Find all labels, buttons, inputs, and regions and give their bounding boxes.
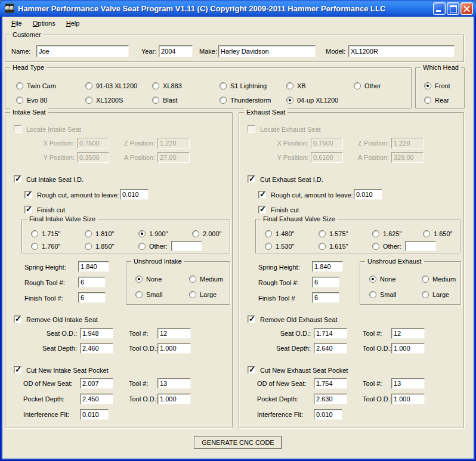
unshroud-intake-medium-radio[interactable] bbox=[189, 276, 196, 283]
unshroud-exhaust-large-label[interactable]: Large bbox=[432, 290, 449, 299]
menu-help[interactable]: Help bbox=[62, 18, 84, 29]
menu-file[interactable]: File bbox=[7, 18, 26, 29]
radio-04-up-xl1200-label[interactable]: 04-up XL1200 bbox=[297, 96, 338, 104]
exhaust-interference-fit-input[interactable] bbox=[314, 409, 342, 420]
intake-valve-other-input[interactable] bbox=[171, 241, 202, 251]
exhaust-valve-1575-label[interactable]: 1.575" bbox=[329, 230, 348, 238]
intake-rough-cut-checkbox[interactable] bbox=[24, 191, 32, 199]
exhaust-remove-tool-input[interactable] bbox=[391, 328, 425, 339]
unshroud-exhaust-small-radio[interactable] bbox=[369, 291, 376, 298]
cut-new-exhaust-seat-pocket-checkbox[interactable] bbox=[248, 366, 255, 374]
exhaust-od-new-seat-input[interactable] bbox=[314, 378, 347, 389]
exhaust-valve-1480-label[interactable]: 1.480" bbox=[276, 230, 294, 238]
radio-xl1200s[interactable] bbox=[85, 97, 92, 104]
maximize-button[interactable] bbox=[447, 2, 459, 15]
radio-blast[interactable] bbox=[152, 97, 159, 104]
intake-valve-1850-label[interactable]: 1.850" bbox=[95, 242, 114, 250]
intake-rough-tool-input[interactable] bbox=[78, 277, 106, 287]
intake-new-tool-input[interactable] bbox=[157, 378, 191, 389]
radio-blast-label[interactable]: Blast bbox=[163, 96, 177, 104]
exhaust-valve-1625-radio[interactable] bbox=[372, 230, 379, 237]
radio-twin-cam[interactable] bbox=[16, 82, 23, 89]
cut-exhaust-seat-id-label[interactable]: Cut Exhaust Seat I.D. bbox=[260, 175, 323, 184]
intake-remove-tool-input[interactable] bbox=[157, 328, 191, 339]
radio-other-head[interactable] bbox=[354, 82, 361, 89]
menu-options[interactable]: Options bbox=[29, 18, 60, 29]
intake-pocket-depth-input[interactable] bbox=[80, 394, 113, 404]
unshroud-intake-medium-label[interactable]: Medium bbox=[200, 275, 223, 283]
intake-valve-1810-radio[interactable] bbox=[85, 230, 92, 237]
exhaust-rough-cut-input[interactable] bbox=[354, 189, 382, 200]
intake-finish-cut-checkbox[interactable] bbox=[24, 206, 32, 214]
unshroud-intake-none-radio[interactable] bbox=[135, 276, 143, 283]
exhaust-finish-cut-label[interactable]: Finish cut bbox=[271, 206, 299, 214]
intake-new-tool-od-input[interactable] bbox=[157, 394, 191, 404]
radio-evo-80-label[interactable]: Evo 80 bbox=[27, 96, 47, 104]
intake-valve-1715-label[interactable]: 1.715" bbox=[42, 230, 60, 238]
intake-spring-height-input[interactable] bbox=[78, 261, 109, 272]
exhaust-valve-1650-label[interactable]: 1.650" bbox=[434, 230, 452, 238]
exhaust-valve-1650-radio[interactable] bbox=[423, 230, 430, 237]
radio-evo-80[interactable] bbox=[16, 97, 23, 104]
intake-seat-depth-input[interactable] bbox=[80, 343, 113, 354]
radio-xl1200s-label[interactable]: XL1200S bbox=[96, 96, 123, 104]
generate-cnc-code-button[interactable]: GENERATE CNC CODE bbox=[194, 436, 282, 449]
radio-xl883[interactable] bbox=[152, 82, 159, 89]
remove-old-intake-seat-checkbox[interactable] bbox=[14, 315, 21, 323]
radio-xb-label[interactable]: XB bbox=[297, 82, 306, 90]
radio-xb[interactable] bbox=[286, 82, 293, 89]
exhaust-new-tool-od-input[interactable] bbox=[391, 394, 425, 404]
unshroud-intake-small-label[interactable]: Small bbox=[146, 290, 163, 299]
cut-new-exhaust-seat-pocket-label[interactable]: Cut New Exhaust Seat Pocket bbox=[260, 366, 348, 375]
name-input[interactable] bbox=[36, 45, 129, 57]
intake-od-new-seat-input[interactable] bbox=[80, 378, 113, 389]
exhaust-valve-1615-label[interactable]: 1.615" bbox=[329, 242, 348, 250]
exhaust-valve-1530-label[interactable]: 1.530" bbox=[276, 242, 294, 250]
exhaust-pocket-depth-input[interactable] bbox=[314, 394, 347, 404]
intake-valve-1760-radio[interactable] bbox=[31, 243, 38, 250]
radio-thunderstorm-label[interactable]: Thunderstorm bbox=[230, 96, 271, 104]
exhaust-valve-1625-label[interactable]: 1.625" bbox=[383, 230, 401, 238]
radio-s1-lightning[interactable] bbox=[220, 82, 227, 89]
exhaust-valve-1480-radio[interactable] bbox=[265, 230, 272, 237]
exhaust-finish-cut-checkbox[interactable] bbox=[258, 206, 266, 214]
exhaust-new-tool-input[interactable] bbox=[391, 378, 425, 389]
make-input[interactable] bbox=[218, 45, 316, 57]
cut-intake-seat-id-label[interactable]: Cut Intake Seat I.D. bbox=[26, 175, 84, 184]
radio-twin-cam-label[interactable]: Twin Cam bbox=[27, 82, 56, 90]
intake-valve-other-radio[interactable] bbox=[138, 243, 146, 250]
intake-valve-1900-radio[interactable] bbox=[138, 230, 146, 237]
title-bar[interactable]: Hammer Performance Valve Seat Program V1… bbox=[0, 0, 476, 17]
exhaust-valve-other-label[interactable]: Other: bbox=[383, 242, 401, 250]
cut-intake-seat-id-checkbox[interactable] bbox=[14, 175, 21, 183]
intake-valve-2000-label[interactable]: 2.000" bbox=[203, 230, 221, 238]
intake-valve-1900-label[interactable]: 1.900" bbox=[149, 230, 168, 238]
close-button[interactable] bbox=[460, 2, 473, 15]
intake-rough-cut-input[interactable] bbox=[120, 189, 149, 200]
intake-valve-2000-radio[interactable] bbox=[192, 230, 199, 237]
radio-other-head-label[interactable]: Other bbox=[364, 82, 381, 90]
radio-91-03-xl1200[interactable] bbox=[85, 82, 92, 89]
intake-interference-fit-input[interactable] bbox=[80, 409, 109, 420]
radio-rear[interactable] bbox=[424, 97, 431, 104]
unshroud-exhaust-medium-label[interactable]: Medium bbox=[432, 275, 456, 283]
intake-finish-tool-input[interactable] bbox=[78, 292, 106, 303]
radio-thunderstorm[interactable] bbox=[220, 97, 227, 104]
exhaust-seat-depth-input[interactable] bbox=[314, 343, 347, 354]
exhaust-rough-cut-label[interactable]: Rough cut, amount to leave: bbox=[271, 191, 353, 199]
unshroud-exhaust-small-label[interactable]: Small bbox=[380, 290, 397, 299]
exhaust-valve-1575-radio[interactable] bbox=[319, 230, 326, 237]
unshroud-intake-large-label[interactable]: Large bbox=[200, 290, 217, 299]
exhaust-valve-1530-radio[interactable] bbox=[265, 243, 272, 250]
unshroud-exhaust-large-radio[interactable] bbox=[422, 291, 429, 298]
radio-front[interactable] bbox=[424, 82, 431, 89]
exhaust-rough-cut-checkbox[interactable] bbox=[258, 191, 266, 199]
radio-04-up-xl1200[interactable] bbox=[286, 97, 293, 104]
intake-valve-1810-label[interactable]: 1.810" bbox=[95, 230, 114, 238]
year-input[interactable] bbox=[159, 45, 193, 57]
exhaust-finish-tool-input[interactable] bbox=[312, 292, 339, 303]
radio-s1-lightning-label[interactable]: S1 Lightning bbox=[230, 82, 267, 90]
radio-91-03-xl1200-label[interactable]: 91-03 XL1200 bbox=[96, 82, 137, 90]
intake-finish-cut-label[interactable]: Finish cut bbox=[37, 206, 65, 214]
exhaust-valve-other-radio[interactable] bbox=[372, 243, 379, 250]
